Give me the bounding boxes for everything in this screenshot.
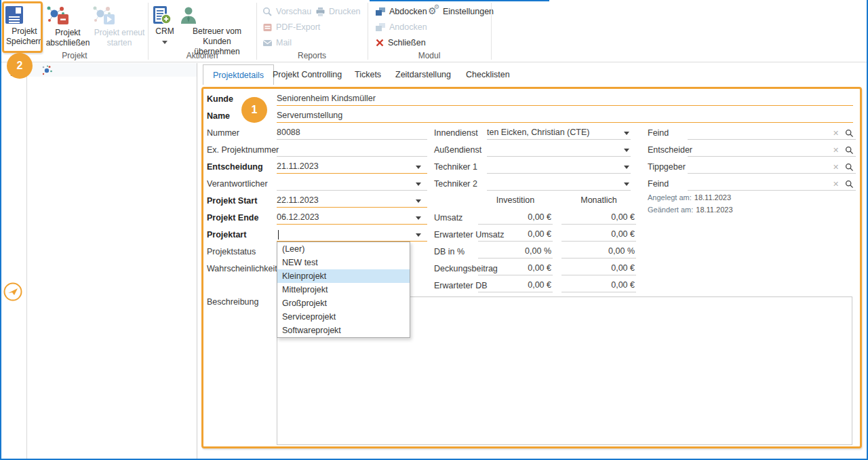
dropdown-item-serviceprojekt[interactable]: Serviceprojekt <box>277 310 410 324</box>
erw-db-mon-value: 0,00 € <box>611 280 635 290</box>
field-umsatz-monatlich[interactable]: 0,00 € <box>561 211 636 225</box>
projektart-dropdown-arrow-icon[interactable] <box>416 233 421 237</box>
andocken-label: Andocken <box>389 22 427 32</box>
label-projektstatus: Projektstatus <box>207 245 256 258</box>
envelope-icon <box>262 38 273 48</box>
erw-umsatz-inv-value: 0,00 € <box>528 229 551 239</box>
projekt-ende-dropdown-arrow-icon[interactable] <box>416 216 421 220</box>
dropdown-item-grossprojekt[interactable]: Großprojekt <box>277 296 410 310</box>
module-sidebar[interactable] <box>1 63 27 459</box>
field-ex-projektnummer[interactable] <box>277 143 427 157</box>
tippgeber-search-icon[interactable] <box>845 163 854 172</box>
field-feind-2[interactable] <box>688 177 856 191</box>
verantwortlicher-dropdown-arrow-icon[interactable] <box>416 183 421 186</box>
panel-top-row[interactable] <box>28 63 197 77</box>
tab-projekt-controlling[interactable]: Projekt Controlling <box>273 64 342 85</box>
field-innendienst[interactable]: ten Eicken, Christian (CTE) <box>487 126 631 140</box>
tippgeber-clear-icon[interactable]: ✕ <box>833 163 839 172</box>
feind2-search-icon[interactable] <box>845 180 854 189</box>
group-label-reports: Reports <box>256 51 368 60</box>
aussendienst-dropdown-arrow-icon[interactable] <box>624 149 629 152</box>
tab-projektdetails[interactable]: Projektdetails <box>203 64 274 85</box>
navigation-panel[interactable] <box>28 63 197 459</box>
label-nummer: Nummer <box>207 126 239 140</box>
dropdown-item-leer[interactable]: (Leer) <box>277 242 410 256</box>
tab-projektdetails-label: Projektdetails <box>213 71 264 80</box>
tab-zeitdarstellung[interactable]: Zeitdarstellung <box>395 64 451 85</box>
entscheidung-dropdown-arrow-icon[interactable] <box>416 166 421 169</box>
tab-tickets[interactable]: Tickets <box>355 64 381 85</box>
field-erw-db-investition[interactable]: 0,00 € <box>478 279 553 292</box>
einstellungen-button[interactable]: ⚙ ⚙ Einstellungen <box>428 5 494 18</box>
dropdown-item-softwareprojekt[interactable]: Softwareprojekt <box>277 324 410 337</box>
label-verantwortlicher: Verantwortlicher <box>207 177 268 191</box>
label-name: Name <box>207 109 230 123</box>
pdf-export-button: PDF-Export <box>262 21 320 33</box>
drucken-button: Drucken <box>315 5 361 18</box>
close-x-icon <box>375 38 384 47</box>
field-erw-umsatz-monatlich[interactable]: 0,00 € <box>561 228 636 242</box>
abdocken-button[interactable]: Abdocken <box>375 5 427 18</box>
field-nummer[interactable]: 80088 <box>277 126 427 140</box>
nummer-value: 80088 <box>277 128 300 137</box>
field-projekt-start[interactable]: 22.11.2023 <box>277 194 427 208</box>
entscheider-clear-icon[interactable]: ✕ <box>833 146 839 155</box>
feind2-clear-icon[interactable]: ✕ <box>833 180 839 189</box>
schliessen-label: Schließen <box>388 38 426 47</box>
crm-label: CRM <box>151 26 178 37</box>
pdf-icon <box>262 22 273 33</box>
tab-checklisten[interactable]: Checklisten <box>466 64 510 85</box>
einstellungen-label: Einstellungen <box>443 7 494 16</box>
field-entscheidung[interactable]: 21.11.2023 <box>277 160 427 174</box>
vorschau-label: Vorschau <box>276 7 311 16</box>
field-aussendienst[interactable] <box>487 143 631 157</box>
close-project-label-2: abschließen <box>45 38 90 48</box>
field-erw-db-monatlich[interactable]: 0,00 € <box>561 279 636 292</box>
andocken-button: Andocken <box>375 21 427 33</box>
field-db-prozent-investition[interactable]: 0,00 % <box>478 245 553 258</box>
techniker1-dropdown-arrow-icon[interactable] <box>624 166 629 169</box>
dropdown-item-new-test[interactable]: NEW test <box>277 256 410 269</box>
innendienst-dropdown-arrow-icon[interactable] <box>624 132 629 135</box>
projekt-start-dropdown-arrow-icon[interactable] <box>416 199 421 203</box>
project-restart-icon <box>92 5 147 26</box>
field-umsatz-investition[interactable]: 0,00 € <box>478 211 553 225</box>
field-kunde[interactable]: Seniorenheim Kindsmüller <box>277 92 853 106</box>
dropdown-item-kleinprojekt[interactable]: Kleinprojekt <box>277 269 410 283</box>
entscheider-search-icon[interactable] <box>845 146 854 155</box>
techniker2-dropdown-arrow-icon[interactable] <box>624 183 629 186</box>
label-entscheider: Entscheider <box>648 143 692 157</box>
field-projektart[interactable] <box>277 228 427 242</box>
field-techniker-1[interactable] <box>487 160 631 174</box>
field-erw-umsatz-investition[interactable]: 0,00 € <box>478 228 553 242</box>
preview-magnifier-icon <box>262 7 273 17</box>
group-label-aktionen: Aktionen <box>148 51 256 60</box>
erw-db-inv-value: 0,00 € <box>528 280 551 290</box>
field-techniker-2[interactable] <box>487 177 631 191</box>
feind1-search-icon[interactable] <box>845 129 854 138</box>
crm-dropdown-caret-icon[interactable] <box>162 41 167 44</box>
field-db-prozent-monatlich[interactable]: 0,00 % <box>561 245 636 258</box>
field-verantwortlicher[interactable] <box>277 177 427 191</box>
annotation-badge-1: 1 <box>241 97 267 123</box>
text-cursor <box>278 230 279 239</box>
name-value: Serverumstellung <box>277 111 342 120</box>
field-projekt-ende[interactable]: 06.12.2023 <box>277 211 427 225</box>
dropdown-item-mittelprojekt[interactable]: Mittelprojekt <box>277 283 410 296</box>
drucken-label: Drucken <box>329 7 361 16</box>
abdocken-label: Abdocken <box>389 7 427 16</box>
deckungsbeitrag-inv-value: 0,00 € <box>528 263 551 273</box>
field-feind-1[interactable] <box>688 126 856 140</box>
vorschau-button: Vorschau <box>262 5 311 18</box>
umsatz-inv-value: 0,00 € <box>528 212 551 222</box>
field-entscheider[interactable] <box>688 143 856 157</box>
field-deckungsbeitrag-investition[interactable]: 0,00 € <box>478 262 553 275</box>
erw-umsatz-mon-value: 0,00 € <box>611 229 635 239</box>
db-prozent-mon-value: 0,00 % <box>608 246 635 256</box>
field-deckungsbeitrag-monatlich[interactable]: 0,00 € <box>561 262 636 275</box>
field-tippgeber[interactable] <box>688 160 856 174</box>
schliessen-button[interactable]: Schließen <box>375 37 426 49</box>
field-name[interactable]: Serverumstellung <box>277 109 853 123</box>
mail-label: Mail <box>276 38 292 47</box>
feind1-clear-icon[interactable]: ✕ <box>833 129 839 138</box>
